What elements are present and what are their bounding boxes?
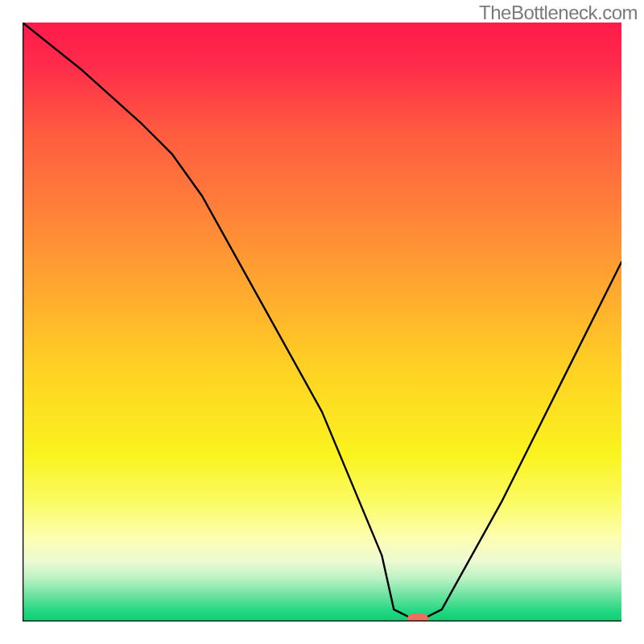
optimum-marker	[407, 613, 429, 621]
attribution-text: TheBottleneck.com	[479, 2, 638, 24]
plot-area	[23, 23, 621, 621]
chart-frame: TheBottleneck.com	[0, 0, 644, 644]
chart-svg	[23, 23, 621, 621]
gradient-backdrop	[23, 23, 621, 621]
